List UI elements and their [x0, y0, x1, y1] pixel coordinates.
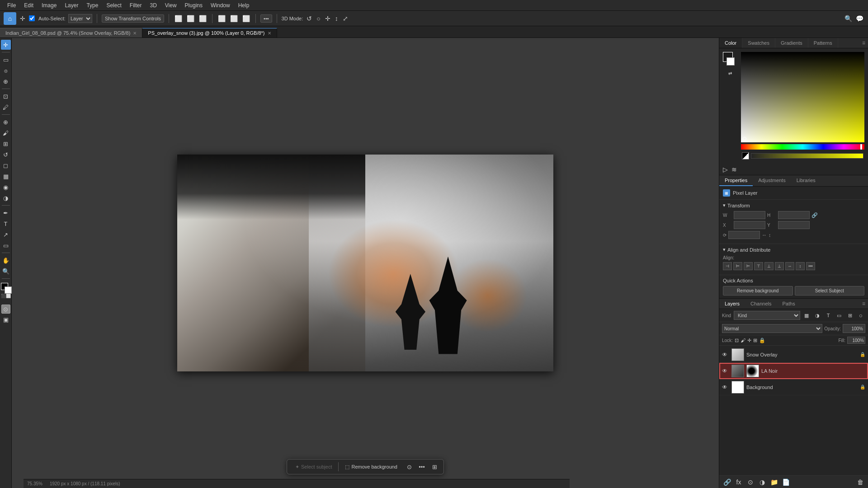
- gradient-tool[interactable]: ▦: [1, 171, 11, 181]
- distribute3-icon[interactable]: ⬜: [241, 14, 251, 23]
- color-arrows-icon[interactable]: ⇄: [728, 71, 732, 76]
- show-transform-btn[interactable]: Show Transform Controls: [102, 14, 164, 23]
- distribute-icon[interactable]: ⬜: [217, 14, 226, 23]
- crop-tool[interactable]: ⊡: [1, 91, 11, 101]
- distribute-h-btn[interactable]: ↔: [785, 262, 794, 270]
- float-mask-icon[interactable]: ⊙: [404, 461, 415, 472]
- y-input[interactable]: [778, 221, 810, 229]
- pen-tool[interactable]: ✒: [1, 208, 11, 218]
- eyedropper-tool[interactable]: 🖊: [1, 102, 11, 112]
- layer-filter-shape-icon[interactable]: ▭: [835, 311, 844, 320]
- distribute2-icon[interactable]: ⬜: [229, 14, 239, 23]
- layer-filter-smart-icon[interactable]: ⊞: [845, 311, 854, 320]
- auto-select-dropdown[interactable]: Layer Group: [68, 14, 92, 23]
- align-right-icon[interactable]: ⬜: [198, 14, 208, 23]
- tab-swatches[interactable]: Swatches: [742, 38, 775, 48]
- tab-gradients[interactable]: Gradients: [775, 38, 808, 48]
- distribute-v-btn[interactable]: ↕: [796, 262, 805, 270]
- flip-h-icon[interactable]: ↔: [762, 232, 767, 238]
- lock-position-icon[interactable]: ✛: [747, 338, 751, 343]
- alpha-slider[interactable]: [751, 153, 863, 159]
- layer-item-background[interactable]: 👁 Background 🔒: [719, 379, 868, 395]
- history-brush[interactable]: ↺: [1, 150, 11, 160]
- tab-channels[interactable]: Channels: [745, 299, 777, 309]
- healing-tool[interactable]: ⊕: [1, 117, 11, 127]
- align-vcenter-btn[interactable]: ⊥: [764, 262, 774, 270]
- align-hcenter-btn[interactable]: ⊢: [733, 262, 742, 270]
- layers-panel-options[interactable]: ≡: [859, 299, 868, 309]
- lock-all-icon[interactable]: 🔒: [759, 338, 765, 343]
- slide3d-icon[interactable]: ↕: [334, 14, 339, 23]
- tab-libraries[interactable]: Libraries: [791, 175, 821, 186]
- lasso-tool[interactable]: ⌾: [1, 66, 11, 75]
- add-mask-btn[interactable]: ⊙: [745, 477, 755, 487]
- menu-3d[interactable]: 3D: [146, 1, 160, 9]
- color-swatches-container[interactable]: [1, 283, 11, 293]
- transform-header[interactable]: ▾ Transform: [723, 202, 864, 208]
- add-effect-btn[interactable]: fx: [734, 477, 744, 487]
- opacity-input[interactable]: [843, 324, 865, 333]
- default-colors-icon[interactable]: ⬛⬜: [1, 294, 11, 298]
- color-triangle-icon[interactable]: ▷: [723, 166, 728, 173]
- zoom-tool[interactable]: 🔍: [1, 266, 11, 276]
- doc-tab-2[interactable]: PS_overlay_snow (3).jpg @ 100% (Layer 0,…: [142, 28, 277, 38]
- tab-layers[interactable]: Layers: [719, 299, 745, 309]
- orbit3d-icon[interactable]: ○: [316, 14, 321, 23]
- color-spectrum-icon[interactable]: ≋: [731, 166, 737, 173]
- clone-tool[interactable]: ⊞: [1, 139, 11, 149]
- link-layers-btn[interactable]: 🔗: [722, 477, 732, 487]
- menu-edit[interactable]: Edit: [20, 1, 37, 9]
- shape-tool[interactable]: ▭: [1, 240, 11, 250]
- angle-input[interactable]: [728, 231, 760, 239]
- canvas-area[interactable]: ✦ Select subject ⬚ Remove background ⊙ •…: [12, 38, 719, 488]
- new-layer-btn[interactable]: 📄: [781, 477, 791, 487]
- opacity-bar[interactable]: [742, 152, 749, 160]
- width-input[interactable]: [734, 211, 765, 219]
- pan3d-icon[interactable]: ✛: [324, 14, 331, 23]
- quick-mask-btn[interactable]: ⊙: [1, 305, 10, 314]
- screen-mode-btn[interactable]: ▣: [1, 314, 11, 324]
- background-visibility[interactable]: 👁: [722, 384, 729, 390]
- menu-view[interactable]: View: [161, 1, 180, 9]
- layer-filter-pixel-icon[interactable]: ▦: [802, 311, 811, 320]
- rotate3d-icon[interactable]: ↺: [306, 14, 313, 23]
- layer-item-snow-overlay[interactable]: 👁 Snow Overlay 🔒: [719, 347, 868, 363]
- select-subject-btn[interactable]: ✦ Select subject: [291, 462, 336, 472]
- blend-mode-select[interactable]: Normal Multiply Screen Overlay: [722, 324, 822, 333]
- menu-layer[interactable]: Layer: [61, 1, 82, 9]
- comments-icon[interactable]: 💬: [855, 14, 864, 23]
- align-bottom-btn[interactable]: ⊥: [775, 262, 784, 270]
- bg-color-swatch[interactable]: [726, 57, 735, 66]
- tab-adjustments[interactable]: Adjustments: [753, 175, 791, 186]
- menu-type[interactable]: Type: [83, 1, 102, 9]
- remove-bg-qa-btn[interactable]: Remove background: [723, 286, 793, 296]
- move-tool-icon[interactable]: ✛: [19, 14, 26, 23]
- distribute-more-btn[interactable]: •••: [806, 262, 815, 270]
- more-options-btn[interactable]: •••: [260, 14, 272, 23]
- move-tool[interactable]: ✛: [1, 40, 11, 50]
- lock-image-icon[interactable]: 🖌: [741, 338, 745, 343]
- quick-select-tool[interactable]: ⊕: [1, 76, 11, 86]
- layer-filter-toggle[interactable]: ○: [856, 311, 865, 320]
- doc-tab-2-close[interactable]: ✕: [268, 31, 271, 36]
- lock-transparent-icon[interactable]: ⊡: [735, 338, 739, 343]
- delete-layer-btn[interactable]: 🗑: [855, 477, 865, 487]
- align-header[interactable]: ▾ Align and Distribute: [723, 247, 864, 253]
- blur-tool[interactable]: ◉: [1, 182, 11, 192]
- menu-help[interactable]: Help: [235, 1, 253, 9]
- path-select-tool[interactable]: ↗: [1, 230, 11, 239]
- layer-filter-type-icon[interactable]: T: [824, 311, 833, 320]
- lock-artboard-icon[interactable]: ⊞: [753, 338, 757, 343]
- text-tool[interactable]: T: [1, 219, 11, 229]
- dodge-tool[interactable]: ◑: [1, 193, 11, 203]
- hand-tool[interactable]: ✋: [1, 255, 11, 265]
- layer-filter-adj-icon[interactable]: ◑: [813, 311, 822, 320]
- new-adjustment-btn[interactable]: ◑: [757, 477, 767, 487]
- float-close-icon[interactable]: ⊞: [429, 461, 440, 472]
- select-subject-qa-btn[interactable]: Select Subject: [795, 286, 865, 296]
- x-input[interactable]: [734, 221, 765, 229]
- new-group-btn[interactable]: 📁: [769, 477, 779, 487]
- link-wh-icon[interactable]: 🔗: [811, 212, 818, 218]
- menu-image[interactable]: Image: [38, 1, 60, 9]
- tab-color[interactable]: Color: [719, 38, 742, 48]
